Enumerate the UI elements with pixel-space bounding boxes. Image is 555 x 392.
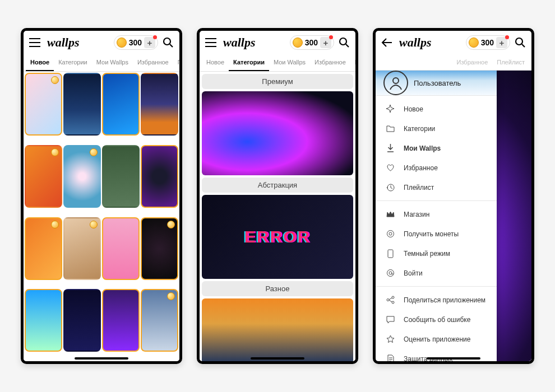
tab-playlist[interactable]: Плейлист xyxy=(173,54,182,71)
phone-screen-new: wallps 300 + Новое Категории Мои Wallps … xyxy=(21,28,182,364)
avatar-icon[interactable] xyxy=(383,71,408,95)
drawer-item-favorites[interactable]: Избранное xyxy=(376,158,497,178)
drawer-section-meta: Поделиться приложением Сообщить об ошибк… xyxy=(376,286,497,361)
drawer-label: Поделиться приложением xyxy=(404,296,485,304)
coin-icon xyxy=(117,38,127,48)
premium-badge-icon xyxy=(90,221,98,228)
search-icon[interactable] xyxy=(161,36,175,49)
wallpaper-thumb[interactable] xyxy=(141,145,178,208)
search-icon[interactable] xyxy=(514,36,527,49)
wallpaper-thumb[interactable] xyxy=(141,289,178,352)
menu-icon[interactable] xyxy=(204,36,218,49)
add-coins-button[interactable]: + xyxy=(496,37,507,48)
app-logo: wallps xyxy=(45,35,110,50)
drawer-item-rate[interactable]: Оценить приложение xyxy=(376,329,497,349)
drawer-item-login[interactable]: Войти xyxy=(376,263,497,283)
coin-balance[interactable]: 300 + xyxy=(466,35,510,50)
svg-point-1 xyxy=(340,38,346,45)
category-image-premium[interactable] xyxy=(202,91,353,175)
wallpaper-thumb[interactable] xyxy=(25,145,62,208)
top-bar: wallps 300 + xyxy=(24,31,179,54)
tab-favorites[interactable]: Избранное xyxy=(310,54,350,71)
category-list: Премиум Абстракция ERROR Разное xyxy=(200,72,355,361)
drawer-item-my-wallps[interactable]: Мои Wallps xyxy=(376,138,497,158)
heart-icon xyxy=(386,163,395,172)
tab-new[interactable]: Новое xyxy=(202,54,229,71)
drawer-section-account: Магазин Получить монеты Темный режим Вой… xyxy=(376,200,497,286)
add-coins-button[interactable]: + xyxy=(320,37,331,48)
target-icon xyxy=(386,229,395,239)
wallpaper-thumb[interactable] xyxy=(63,73,101,136)
chat-icon xyxy=(386,315,395,324)
coin-balance[interactable]: 300 + xyxy=(114,35,158,50)
error-text: ERROR xyxy=(244,227,311,246)
navigation-drawer: Пользователь Новое Категории Мои Wallps xyxy=(376,71,497,361)
premium-badge-icon xyxy=(51,76,59,84)
tab-favorites[interactable]: Избранное xyxy=(452,54,493,70)
wallpaper-thumb[interactable] xyxy=(141,217,178,280)
drawer-item-dark-mode[interactable]: Темный режим xyxy=(376,244,497,263)
top-bar: wallps 300 + xyxy=(200,31,355,54)
content-area: Пользователь Новое Категории Мои Wallps xyxy=(376,71,531,361)
phone-screen-categories: wallps 300 + Новое Категории Мои Wallps … xyxy=(197,28,358,364)
wallpaper-thumb[interactable] xyxy=(102,289,140,352)
drawer-label: Плейлист xyxy=(404,184,434,192)
wallpaper-thumb[interactable] xyxy=(25,217,62,280)
tab-favorites[interactable]: Избранное xyxy=(133,54,173,71)
wallpaper-thumb[interactable] xyxy=(141,73,178,136)
content-area: Премиум Абстракция ERROR Разное xyxy=(200,72,355,361)
back-icon[interactable] xyxy=(380,36,394,49)
user-label: Пользователь xyxy=(414,79,461,87)
tab-bar: Новое Категории Мои Wallps Избранное Пле… xyxy=(200,54,355,72)
tab-playlist[interactable]: Плейлист xyxy=(350,54,358,71)
category-header-misc[interactable]: Разное xyxy=(202,281,353,296)
tab-my-wallps[interactable]: Мои Wallps xyxy=(92,54,133,71)
drawer-item-new[interactable]: Новое xyxy=(376,99,497,119)
app-logo: wallps xyxy=(397,35,462,50)
tab-playlist[interactable]: Плейлист xyxy=(492,54,529,70)
category-header-premium[interactable]: Премиум xyxy=(202,74,353,89)
wallpaper-thumb[interactable] xyxy=(102,73,140,136)
app-logo: wallps xyxy=(221,35,286,50)
share-icon xyxy=(386,295,395,305)
coin-amount: 300 xyxy=(129,38,142,47)
category-header-abstraction[interactable]: Абстракция xyxy=(202,178,353,193)
drawer-item-shop[interactable]: Магазин xyxy=(376,204,497,224)
drawer-item-report[interactable]: Сообщить об ошибке xyxy=(376,310,497,329)
drawer-label: Темный режим xyxy=(404,250,450,258)
svg-point-12 xyxy=(392,301,394,304)
notification-dot xyxy=(329,35,333,39)
drawer-label: Оценить приложение xyxy=(404,335,470,343)
download-icon xyxy=(386,143,395,153)
tab-bar: Новое Категории Мои Wallps Избранное Пле… xyxy=(24,54,179,72)
tab-categories[interactable]: Категории xyxy=(54,54,92,71)
top-bar: wallps 300 + xyxy=(376,31,531,54)
category-image-misc[interactable] xyxy=(202,298,353,361)
notification-dot xyxy=(505,35,509,39)
wallpaper-thumb[interactable] xyxy=(63,145,101,208)
tab-new[interactable]: Новое xyxy=(26,54,54,71)
drawer-item-categories[interactable]: Категории xyxy=(376,119,497,138)
wallpaper-thumb[interactable] xyxy=(63,289,101,352)
add-coins-button[interactable]: + xyxy=(144,37,155,48)
drawer-item-get-coins[interactable]: Получить монеты xyxy=(376,224,497,244)
tab-bar: Избранное Плейлист xyxy=(376,54,531,71)
wallpaper-thumb[interactable] xyxy=(25,289,62,352)
wallpaper-thumb[interactable] xyxy=(102,217,140,280)
category-image-abstraction[interactable]: ERROR xyxy=(202,195,353,279)
menu-icon[interactable] xyxy=(28,36,41,49)
wallpaper-thumb[interactable] xyxy=(63,217,101,280)
wallpaper-thumb[interactable] xyxy=(102,145,140,208)
wallpaper-thumb[interactable] xyxy=(25,73,62,136)
crown-icon xyxy=(386,209,395,219)
phone-screen-drawer: wallps 300 + Избранное Плейлист Пользова… xyxy=(373,28,534,364)
search-icon[interactable] xyxy=(337,36,351,49)
tab-categories[interactable]: Категории xyxy=(229,54,269,71)
tab-my-wallps[interactable]: Мои Wallps xyxy=(269,54,310,71)
history-icon xyxy=(386,183,395,192)
home-indicator xyxy=(75,357,128,360)
drawer-item-share[interactable]: Поделиться приложением xyxy=(376,290,497,310)
coin-balance[interactable]: 300 + xyxy=(290,35,334,50)
drawer-item-playlist[interactable]: Плейлист xyxy=(376,178,497,197)
drawer-label: Магазин xyxy=(404,211,429,218)
